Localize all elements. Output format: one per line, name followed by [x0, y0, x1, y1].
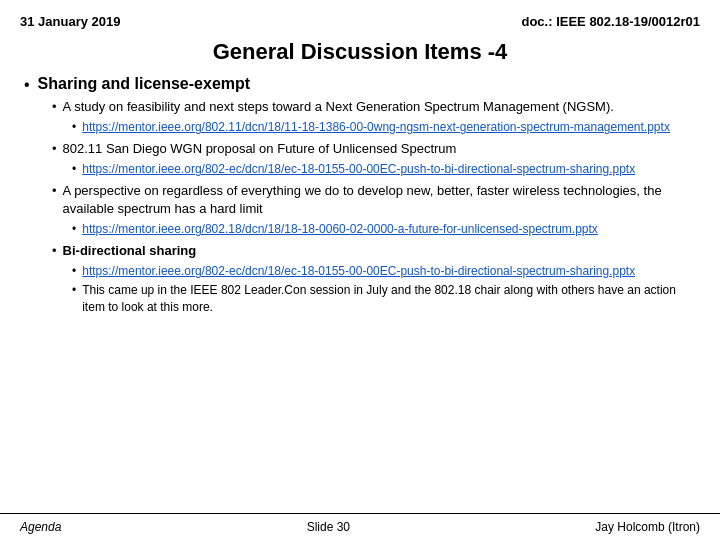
section4-bullet: • Bi-directional sharing	[52, 242, 696, 260]
section2-text: 802.11 San Diego WGN proposal on Future …	[63, 140, 457, 158]
section2-link-bullet: • https://mentor.ieee.org/802-ec/dcn/18/…	[72, 161, 696, 178]
section2-links: • https://mentor.ieee.org/802-ec/dcn/18/…	[72, 161, 696, 178]
section4-extra-dot: •	[72, 283, 76, 297]
header-doc: doc.: IEEE 802.18-19/0012r01	[521, 14, 700, 29]
section4-link-bullet: • https://mentor.ieee.org/802-ec/dcn/18/…	[72, 263, 696, 280]
section3-dot: •	[52, 183, 57, 198]
section3-link-dot: •	[72, 222, 76, 236]
section1-dot: •	[52, 99, 57, 114]
section4-link-dot: •	[72, 264, 76, 278]
section4-dot: •	[52, 243, 57, 258]
top-bullet: • Sharing and license-exempt	[24, 75, 696, 94]
section1-links: • https://mentor.ieee.org/802.11/dcn/18/…	[72, 119, 696, 136]
section4-links: • https://mentor.ieee.org/802-ec/dcn/18/…	[72, 263, 696, 315]
slide-content: • Sharing and license-exempt • A study o…	[0, 75, 720, 513]
section2-dot: •	[52, 141, 57, 156]
sub-sections: • A study on feasibility and next steps …	[52, 98, 696, 316]
section4-extra-text: This came up in the IEEE 802 Leader.Con …	[82, 282, 696, 316]
section4-link[interactable]: https://mentor.ieee.org/802-ec/dcn/18/ec…	[82, 264, 635, 278]
title-suffix: -4	[482, 39, 508, 64]
section1-bullet: • A study on feasibility and next steps …	[52, 98, 696, 116]
header-date: 31 January 2019	[20, 14, 120, 29]
section3-links: • https://mentor.ieee.org/802.18/dcn/18/…	[72, 221, 696, 238]
section4-link-text: https://mentor.ieee.org/802-ec/dcn/18/ec…	[82, 263, 635, 280]
footer-slide: Slide 30	[307, 520, 350, 534]
section4-text: Bi-directional sharing	[63, 242, 197, 260]
top-bullet-label: Sharing and license-exempt	[38, 75, 251, 93]
header: 31 January 2019 doc.: IEEE 802.18-19/001…	[0, 0, 720, 33]
section1-link-text: https://mentor.ieee.org/802.11/dcn/18/11…	[82, 119, 670, 136]
footer-author: Jay Holcomb (Itron)	[595, 520, 700, 534]
slide: 31 January 2019 doc.: IEEE 802.18-19/001…	[0, 0, 720, 540]
section2-link-dot: •	[72, 162, 76, 176]
section3-link-bullet: • https://mentor.ieee.org/802.18/dcn/18/…	[72, 221, 696, 238]
section2-link-text: https://mentor.ieee.org/802-ec/dcn/18/ec…	[82, 161, 635, 178]
section3-link[interactable]: https://mentor.ieee.org/802.18/dcn/18/18…	[82, 222, 598, 236]
section3-bullet: • A perspective on regardless of everyth…	[52, 182, 696, 218]
top-bullet-dot: •	[24, 76, 30, 94]
section1-link-dot: •	[72, 120, 76, 134]
footer-agenda: Agenda	[20, 520, 61, 534]
section4-extra-bullet: • This came up in the IEEE 802 Leader.Co…	[72, 282, 696, 316]
section2-bullet: • 802.11 San Diego WGN proposal on Futur…	[52, 140, 696, 158]
section1-text: A study on feasibility and next steps to…	[63, 98, 614, 116]
slide-title: General Discussion Items -4	[0, 33, 720, 75]
section1-link[interactable]: https://mentor.ieee.org/802.11/dcn/18/11…	[82, 120, 670, 134]
section3-text: A perspective on regardless of everythin…	[63, 182, 696, 218]
section1-link-bullet: • https://mentor.ieee.org/802.11/dcn/18/…	[72, 119, 696, 136]
title-text: General Discussion Items	[213, 39, 482, 64]
footer: Agenda Slide 30 Jay Holcomb (Itron)	[0, 513, 720, 540]
section3-link-text: https://mentor.ieee.org/802.18/dcn/18/18…	[82, 221, 598, 238]
section2-link[interactable]: https://mentor.ieee.org/802-ec/dcn/18/ec…	[82, 162, 635, 176]
